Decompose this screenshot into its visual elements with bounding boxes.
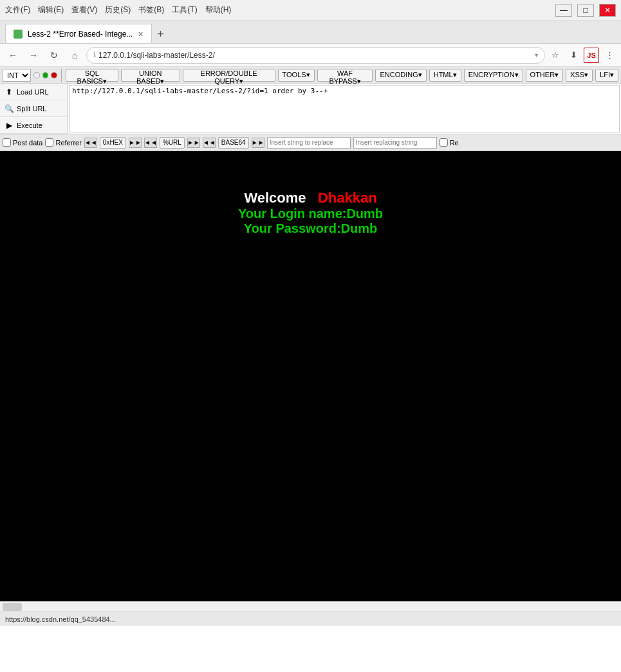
menu-file[interactable]: 文件(F) (5, 5, 30, 15)
bookmark-icon[interactable]: ☆ (548, 48, 563, 63)
download-icon[interactable]: ⬇ (566, 48, 581, 63)
load-url-btn[interactable]: ⬆ Load URL (0, 84, 67, 100)
welcome-text: Welcome (244, 190, 306, 206)
lock-icon: ℹ (93, 51, 96, 59)
union-based-btn[interactable]: UNION BASED▾ (121, 69, 180, 82)
menu-view[interactable]: 查看(V) (71, 5, 97, 15)
execute-label: Execute (17, 122, 42, 129)
new-tab-button[interactable]: + (152, 25, 170, 43)
b64-right-arrow[interactable]: ►► (252, 138, 264, 148)
re-checkbox-label[interactable]: Re (440, 138, 459, 147)
split-url-btn[interactable]: 🔍 Split URL (0, 100, 67, 117)
url-dropdown-icon[interactable]: ▾ (535, 51, 538, 59)
load-url-label: Load URL (17, 88, 49, 96)
url-text: 127.0.0.1/sqli-labs-master/Less-2/ (98, 51, 535, 60)
pct-right-arrow[interactable]: ►► (187, 138, 200, 148)
encryption-btn[interactable]: ENCRYPTION▾ (464, 69, 523, 82)
menu-bar[interactable]: 文件(F) 编辑(E) 查看(V) 历史(S) 书签(B) 工具(T) 帮助(H… (5, 5, 231, 15)
pct-left-arrow[interactable]: ◄◄ (144, 138, 157, 148)
xss-btn[interactable]: XSS▾ (566, 69, 593, 82)
waf-bypass-btn[interactable]: WAF BYPASS▾ (317, 69, 373, 82)
back-button[interactable]: ← (4, 46, 22, 64)
referrer-checkbox[interactable] (45, 138, 53, 147)
load-url-icon: ⬆ (4, 87, 14, 97)
lfi-btn[interactable]: LFI▾ (595, 69, 618, 82)
password-line: Your Password:Dumb (0, 221, 621, 236)
encoding-btn[interactable]: ENCODING▾ (375, 69, 426, 82)
more-icon[interactable]: ⋮ (602, 48, 617, 63)
hackbar-main: ⬆ Load URL 🔍 Split URL ▶ Execute http://… (0, 84, 621, 134)
hackbar-toolbar: INT SQL BASICS▾ UNION BASED▾ ERROR/DOUBL… (0, 67, 621, 84)
welcome-area: Welcome Dhakkan Your Login name:Dumb You… (0, 151, 621, 236)
pct-encode-btn[interactable]: %URL (160, 137, 185, 149)
replace-string-input[interactable] (267, 137, 351, 149)
referrer-checkbox-label[interactable]: Referrer (45, 138, 81, 147)
indicator-green (42, 72, 49, 78)
re-label: Re (450, 139, 459, 147)
menu-bookmarks[interactable]: 书签(B) (138, 5, 164, 15)
hackbar-left-panel: ⬆ Load URL 🔍 Split URL ▶ Execute (0, 84, 68, 134)
post-data-label: Post data (13, 139, 42, 147)
tab-title: Less-2 **Error Based- Intege... (28, 30, 133, 39)
maximize-button[interactable]: □ (577, 4, 594, 17)
active-tab[interactable]: Less-2 **Error Based- Intege... × (5, 24, 152, 43)
address-bar: ← → ↻ ⌂ ℹ 127.0.0.1/sqli-labs-master/Les… (0, 44, 621, 67)
html-btn[interactable]: HTML▾ (429, 69, 461, 82)
int-select[interactable]: INT (3, 69, 31, 82)
scroll-thumb[interactable] (3, 603, 22, 611)
split-url-label: Split URL (17, 105, 46, 113)
split-url-icon: 🔍 (4, 104, 14, 114)
sql-basics-btn[interactable]: SQL BASICS▾ (66, 69, 118, 82)
post-data-checkbox[interactable] (3, 138, 11, 147)
menu-edit[interactable]: 编辑(E) (38, 5, 64, 15)
b64-encode-btn[interactable]: BASE64 (218, 137, 249, 149)
post-data-checkbox-label[interactable]: Post data (3, 138, 42, 147)
tab-favicon (14, 30, 23, 39)
window-controls: — □ ✕ (555, 4, 616, 17)
minimize-button[interactable]: — (555, 4, 572, 17)
hex-left-arrow[interactable]: ◄◄ (84, 138, 97, 148)
hackbar-url-input[interactable]: http://127.0.0.1/sqli-labs-master/Less-2… (69, 85, 620, 132)
tab-close-button[interactable]: × (138, 29, 143, 39)
indicator-red (51, 72, 57, 78)
hackbar-bottom: Post data Referrer ◄◄ 0xHEX ►► ◄◄ %URL ►… (0, 134, 621, 151)
reload-button[interactable]: ↻ (45, 46, 63, 64)
title-bar: 文件(F) 编辑(E) 查看(V) 历史(S) 书签(B) 工具(T) 帮助(H… (0, 0, 621, 21)
execute-icon: ▶ (4, 120, 14, 131)
close-button[interactable]: ✕ (599, 4, 616, 17)
b64-left-arrow[interactable]: ◄◄ (203, 138, 216, 148)
replacing-string-input[interactable] (353, 137, 437, 149)
error-double-btn[interactable]: ERROR/DOUBLE QUERY▾ (183, 69, 275, 82)
dhakkan-text: Dhakkan (318, 190, 377, 206)
menu-history[interactable]: 历史(S) (105, 5, 131, 15)
home-button[interactable]: ⌂ (66, 46, 84, 64)
menu-tools[interactable]: 工具(T) (172, 5, 197, 15)
hackbar-url-area: http://127.0.0.1/sqli-labs-master/Less-2… (68, 84, 621, 134)
login-line: Your Login name:Dumb (0, 206, 621, 221)
horizontal-scrollbar[interactable] (0, 601, 621, 612)
indicator-gray (33, 72, 40, 78)
tab-bar: Less-2 **Error Based- Intege... × + (0, 21, 621, 44)
url-box[interactable]: ℹ 127.0.0.1/sqli-labs-master/Less-2/ ▾ (86, 47, 545, 64)
welcome-line1: Welcome Dhakkan (0, 190, 621, 206)
execute-btn[interactable]: ▶ Execute (0, 117, 67, 134)
hex-encode-btn[interactable]: 0xHEX (100, 137, 126, 149)
browser-content: Welcome Dhakkan Your Login name:Dumb You… (0, 151, 621, 601)
menu-help[interactable]: 帮助(H) (205, 5, 232, 15)
tools-btn[interactable]: TOOLS▾ (278, 69, 315, 82)
referrer-label: Referrer (55, 139, 81, 147)
hex-right-arrow[interactable]: ►► (129, 138, 142, 148)
forward-button[interactable]: → (24, 46, 42, 64)
js-badge[interactable]: JS (584, 48, 599, 63)
address-icons: ☆ ⬇ JS ⋮ (548, 48, 617, 63)
sep1 (61, 69, 62, 82)
status-url: https://blog.csdn.net/qq_5435484... (5, 615, 116, 623)
other-btn[interactable]: OTHER▾ (526, 69, 564, 82)
re-checkbox[interactable] (440, 138, 448, 147)
status-bar: https://blog.csdn.net/qq_5435484... (0, 612, 621, 626)
